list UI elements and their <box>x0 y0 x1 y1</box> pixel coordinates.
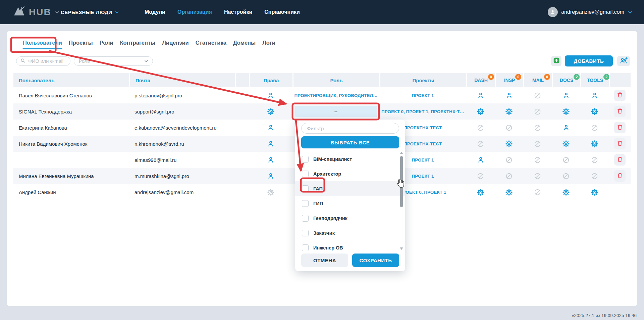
module-mail-blocked-icon[interactable] <box>523 168 552 184</box>
module-insp-person-icon[interactable] <box>495 87 523 103</box>
rights-person-icon[interactable] <box>249 136 292 152</box>
column-mail[interactable]: MAIL0 <box>523 73 552 87</box>
tab-domains[interactable]: Домены <box>232 40 256 46</box>
role-option[interactable]: Инженер ОВ <box>295 240 405 255</box>
module-docs-person-icon[interactable] <box>552 87 580 103</box>
tab-logs[interactable]: Логи <box>262 40 276 46</box>
projects-link[interactable]: ПРОЕКТНХ-ТЕСТ <box>404 141 442 146</box>
column-docs[interactable]: DOCS2 <box>552 73 580 87</box>
module-insp-gear-icon[interactable] <box>495 184 523 200</box>
role-option[interactable]: Генподрядчик <box>295 211 405 226</box>
module-insp-gear-icon[interactable] <box>495 136 523 152</box>
rights-person-icon[interactable] <box>249 87 292 103</box>
role-option[interactable]: Заказчик <box>295 226 405 240</box>
module-dash-blocked-icon[interactable] <box>466 120 495 136</box>
import-users-button[interactable] <box>551 56 561 66</box>
delete-user-button[interactable] <box>614 122 626 133</box>
checkbox[interactable] <box>302 230 309 236</box>
module-tools-gear-icon[interactable] <box>580 184 609 200</box>
role-filter-select[interactable] <box>74 56 153 66</box>
organization-selector[interactable]: СЕРЬЕЗНЫЕ ЛЮДИ <box>61 0 119 24</box>
role-cell[interactable]: ПРОЕКТИРОВЩИК, РУКОВОДИТЕЛ… <box>292 87 379 103</box>
dropdown-scrollbar[interactable] <box>399 152 404 250</box>
rights-person-icon[interactable] <box>249 120 292 136</box>
add-user-button[interactable]: ДОБАВИТЬ <box>565 55 613 66</box>
column-dash[interactable]: DASH0 <box>466 73 495 87</box>
module-dash-blocked-icon[interactable] <box>466 136 495 152</box>
user-search-field[interactable] <box>16 56 70 66</box>
projects-link[interactable]: ПРОЕКТ 1 <box>412 93 434 98</box>
projects-link[interactable]: ПРОЕКТ 0, ПРОЕКТ 1, ПРОЕКТНХ-Т… <box>381 109 464 114</box>
menu-item-settings[interactable]: Настройки <box>224 9 252 15</box>
scroll-up-icon[interactable] <box>400 152 403 154</box>
column-role[interactable]: Роль <box>292 73 379 87</box>
module-dash-gear-icon[interactable] <box>466 103 495 120</box>
role-option[interactable]: ГИП <box>295 196 405 211</box>
delete-user-button[interactable] <box>614 138 626 149</box>
module-insp-blocked-icon[interactable] <box>495 152 523 168</box>
module-tools-blocked-icon[interactable] <box>580 152 609 168</box>
rights-gear-icon[interactable] <box>249 103 292 120</box>
checkbox[interactable] <box>302 185 309 192</box>
role-filter-field[interactable] <box>301 123 399 134</box>
menu-item-organization[interactable]: Организация <box>177 9 212 15</box>
tab-projects[interactable]: Проекты <box>68 40 94 46</box>
module-tools-blocked-icon[interactable] <box>580 168 609 184</box>
user-menu[interactable]: andrejsanziev@gmail.com <box>548 0 633 24</box>
column-rights[interactable]: Права <box>249 73 292 87</box>
column-projects[interactable]: Проекты <box>379 73 466 87</box>
delete-user-button[interactable] <box>614 170 626 182</box>
projects-link[interactable]: ПРОЕКТНХ-ТЕСТ <box>404 125 442 130</box>
projects-link[interactable]: ПРОЕКТ 1 <box>412 174 434 179</box>
column-user[interactable]: Пользователь <box>13 73 129 87</box>
select-all-button[interactable]: ВЫБРАТЬ ВСЕ <box>301 136 399 148</box>
role-link[interactable]: ПРОЕКТИРОВЩИК, РУКОВОДИТЕЛ… <box>294 93 377 98</box>
module-mail-blocked-icon[interactable] <box>523 87 552 103</box>
tab-users[interactable]: Пользователи <box>22 40 63 46</box>
module-dash-blocked-icon[interactable] <box>466 168 495 184</box>
module-insp-gear-icon[interactable] <box>495 103 523 120</box>
module-docs-gear-icon[interactable] <box>552 136 580 152</box>
column-insp[interactable]: INSP0 <box>495 73 523 87</box>
module-dash-gear-icon[interactable] <box>466 184 495 200</box>
save-button[interactable]: СОХРАНИТЬ <box>352 254 399 267</box>
module-insp-blocked-icon[interactable] <box>495 120 523 136</box>
column-tools[interactable]: TOOLS2 <box>580 73 609 87</box>
module-tools-blocked-icon[interactable] <box>580 120 609 136</box>
delete-user-button[interactable] <box>614 90 626 101</box>
rights-person-icon[interactable] <box>249 152 292 168</box>
checkbox[interactable] <box>302 171 309 177</box>
module-tools-gear-icon[interactable] <box>580 136 609 152</box>
delete-user-button[interactable] <box>614 154 626 166</box>
module-mail-blocked-icon[interactable] <box>523 103 552 120</box>
checkbox[interactable] <box>302 156 309 163</box>
delete-user-button[interactable] <box>614 106 626 117</box>
role-options-filter-input[interactable] <box>306 125 394 132</box>
tab-contractors[interactable]: Контрагенты <box>119 40 156 46</box>
app-logo[interactable]: HUB <box>13 0 60 24</box>
invite-users-button[interactable] <box>617 56 630 66</box>
projects-cell[interactable]: ПРОЕКТ 1 <box>379 87 466 103</box>
role-cell[interactable]: -- <box>292 103 379 120</box>
module-docs-person-icon[interactable] <box>552 120 580 136</box>
tab-roles[interactable]: Роли <box>99 40 114 46</box>
role-empty-value[interactable]: -- <box>295 106 377 117</box>
role-option[interactable]: BIM-специалист <box>295 152 405 167</box>
module-tools-gear-icon[interactable] <box>580 103 609 120</box>
tab-statistics[interactable]: Статистика <box>195 40 227 46</box>
rights-person-icon[interactable] <box>249 168 292 184</box>
module-mail-blocked-icon[interactable] <box>523 120 552 136</box>
chevron-down-icon[interactable] <box>55 10 60 15</box>
role-option[interactable]: ГАП <box>295 181 405 196</box>
module-mail-blocked-icon[interactable] <box>523 136 552 152</box>
menu-item-directories[interactable]: Справочники <box>264 9 300 15</box>
rights-gear-muted-icon[interactable] <box>249 184 292 200</box>
checkbox[interactable] <box>302 200 309 207</box>
module-docs-blocked-icon[interactable] <box>552 152 580 168</box>
module-mail-blocked-icon[interactable] <box>523 184 552 200</box>
scrollbar-thumb[interactable] <box>400 156 403 207</box>
checkbox[interactable] <box>302 244 309 251</box>
module-dash-person-icon[interactable] <box>466 152 495 168</box>
projects-link[interactable]: ПРОЕКТ 0, ПРОЕКТ 1 <box>399 190 446 195</box>
module-dash-person-icon[interactable] <box>466 87 495 103</box>
